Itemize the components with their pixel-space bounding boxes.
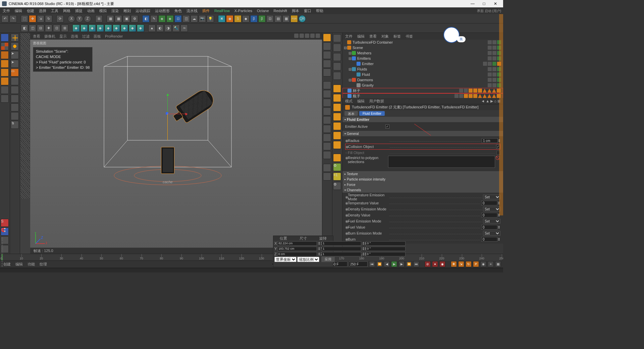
sect-channels[interactable]: Channels [342,187,503,193]
vp-nav-icon[interactable] [305,34,309,38]
vp-view[interactable]: 查看 [33,34,40,39]
om-item[interactable]: Emitter [342,61,503,66]
rp1-j[interactable] [323,116,331,124]
rect-select-icon[interactable]: ▭ [11,68,19,77]
step-back[interactable]: ⏪ [376,261,382,267]
render-pv[interactable]: ▣ [123,15,130,22]
t2-f[interactable]: ⊞ [61,24,68,32]
t2-c[interactable]: ⊟ [37,24,44,32]
pos-x[interactable] [277,241,317,246]
deformer[interactable]: ◫ [182,15,190,22]
modeling-b[interactable]: ◐ [156,24,164,32]
size-y[interactable] [322,247,361,251]
menu-realflow[interactable]: RealFlow [214,9,230,13]
move-gizmo-icon[interactable] [11,34,19,42]
menu-file[interactable]: 文件 [3,8,10,13]
menu-render[interactable]: 渲染 [111,8,119,13]
rotate-tool[interactable]: ↻ [45,15,52,22]
menu-help[interactable]: 帮助 [316,8,323,13]
menu-snap[interactable]: 捕捉 [75,8,83,13]
timeline-ruler[interactable]: 0102030405060708090100110120130140150160… [1,254,502,261]
rp1-b[interactable] [323,42,331,50]
apply-button[interactable]: 应用 [321,257,335,262]
rp1-h[interactable] [323,99,331,107]
rp1-l[interactable] [323,134,331,142]
menu-track[interactable]: 运动跟踪 [136,8,150,13]
menu-plugins[interactable]: 插件 [202,8,210,13]
menu-sim[interactable]: 模拟 [99,8,107,13]
tv-input[interactable] [481,201,497,205]
t2-b[interactable]: ◫ [29,24,36,32]
z-lock[interactable]: Z [84,15,91,22]
viewport-canvas[interactable]: 透视视图 Simulation "Scene": CACHE MODE > Fl… [30,40,322,248]
rs-icon[interactable]: S [234,15,241,22]
poly-select-icon[interactable] [11,86,19,94]
generator-subdiv[interactable]: ◈ [166,15,174,22]
rp1-c[interactable] [323,51,331,59]
mograph-i[interactable]: ◆ [137,24,144,32]
mode-workplane[interactable] [1,95,9,103]
primitive-cube[interactable]: ◧ [142,15,150,22]
sect-general[interactable]: General [342,131,503,136]
render-settings[interactable]: ⚙ [131,15,138,22]
radius-input[interactable] [482,138,498,143]
menu-pipeline[interactable]: 流水线 [186,8,198,13]
mode-point[interactable] [1,60,9,68]
vp-options[interactable]: 选项 [71,34,78,39]
pos-y[interactable] [277,247,317,251]
object-manager[interactable]: TurbulenceFD Container⊟Scene⊟Meshers⊟Emi… [342,40,503,98]
collapsed-side-panel[interactable] [499,14,503,215]
vp-display[interactable]: 显示 [59,34,67,39]
next-frame[interactable]: ▶ [398,261,405,267]
rp1-k[interactable] [323,125,331,133]
mograph-h[interactable]: ◆ [129,24,136,32]
scale-tool[interactable]: ⇲ [37,15,44,22]
menu-sculpt[interactable]: 雕刻 [123,8,131,13]
scale-mode[interactable]: 缩放比例 [297,257,319,262]
bem-select[interactable]: Set [483,231,500,236]
snap-toggle[interactable]: S [1,219,9,227]
layout-selector[interactable]: 界面 启动 (用户) [477,9,501,13]
tl-opt-b[interactable]: ▦ [495,261,501,267]
om-item[interactable]: Fluid [342,72,503,77]
t2-e[interactable]: ⊡ [53,24,60,32]
vp-panel[interactable]: 面板 [94,34,101,39]
content-browser[interactable]: ▦ [282,15,290,22]
om-item[interactable]: ⊟Scene [342,45,503,50]
mograph-b[interactable]: ◆ [80,24,88,32]
menu-create[interactable]: 创建 [27,8,34,13]
ring-select-icon[interactable] [11,112,19,120]
mograph-g[interactable]: ◆ [121,24,128,32]
t2-d[interactable]: ✚ [45,24,52,32]
menu-window[interactable]: 窗口 [304,8,311,13]
camera[interactable]: 📷 [199,15,206,22]
mode-texture[interactable] [1,42,9,50]
mograph-e[interactable]: ◆ [105,24,112,32]
sect-force[interactable]: Force [342,182,503,187]
generator-nurbs[interactable]: ◈ [158,15,166,22]
tab-basic[interactable]: 基本 [344,111,358,116]
equals-icon[interactable]: =1 [333,172,341,181]
om-item[interactable]: TurbulenceFD Container [342,40,503,45]
minimize-button[interactable]: — [467,1,478,6]
plugin-b[interactable]: β [250,15,258,22]
rot-h[interactable] [366,241,406,246]
y-lock[interactable]: Y [76,15,83,22]
om-item[interactable]: 瓶子 [342,93,503,98]
octane-icon[interactable]: ◉ [226,15,233,22]
menu-mograph[interactable]: 运动图形 [155,8,170,13]
qr-icon[interactable]: QR [299,15,306,22]
move-gizmo[interactable] [167,113,167,114]
render-region[interactable]: ▦ [115,15,122,22]
om-item[interactable]: ⊟Daemons [342,77,503,83]
maximize-button[interactable]: □ [478,1,490,6]
ime-indicator[interactable]: 英 [457,36,466,42]
size-x[interactable] [322,241,361,246]
restrict-field[interactable] [388,156,495,168]
dv-input[interactable] [481,213,497,217]
key-pos[interactable]: ✥ [451,261,457,267]
modeling-a[interactable]: ▲ [148,24,156,32]
mode-model[interactable] [1,34,9,42]
menu-script[interactable]: 脚本 [292,8,299,13]
key-rot[interactable]: ↻ [466,261,472,267]
